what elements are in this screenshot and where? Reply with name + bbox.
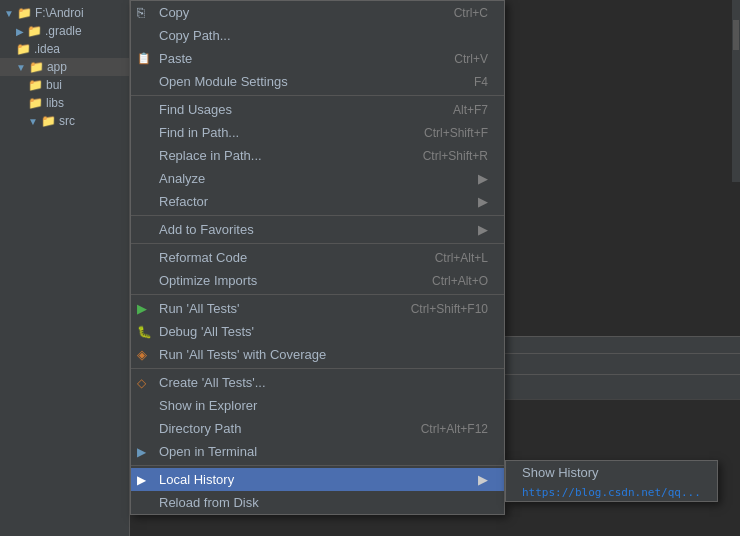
folder-icon: 📁 (28, 78, 43, 92)
sidebar-item-label: bui (46, 78, 62, 92)
sidebar-item-label: .idea (34, 42, 60, 56)
sidebar-item-src[interactable]: ▼ 📁 src (0, 112, 129, 130)
sidebar-item-label: F:\Androi (35, 6, 84, 20)
menu-item-replace-in-path-label: Replace in Path... (159, 148, 403, 163)
menu-item-analyze[interactable]: Analyze ▶ (131, 167, 504, 190)
menu-item-local-history-label: Local History (159, 472, 470, 487)
sidebar-item-libs[interactable]: 📁 libs (0, 94, 129, 112)
submenu-arrow-icon: ▶ (478, 222, 488, 237)
separator-1 (131, 95, 504, 96)
sidebar-item-app[interactable]: ▼ 📁 app (0, 58, 129, 76)
paste-icon: 📋 (137, 52, 151, 65)
menu-item-copy[interactable]: ⎘ Copy Ctrl+C (131, 1, 504, 24)
menu-item-copy-path-label: Copy Path... (159, 28, 488, 43)
scrollbar-thumb (733, 20, 739, 50)
menu-item-run-tests-label: Run 'All Tests' (159, 301, 391, 316)
sidebar-item-label: .gradle (45, 24, 82, 38)
menu-item-directory-path-shortcut: Ctrl+Alt+F12 (421, 422, 488, 436)
menu-item-directory-path-label: Directory Path (159, 421, 401, 436)
menu-item-replace-in-path-shortcut: Ctrl+Shift+R (423, 149, 488, 163)
menu-item-debug-tests[interactable]: 🐛 Debug 'All Tests' (131, 320, 504, 343)
expand-icon: ▶ (16, 26, 24, 37)
submenu-arrow-icon: ▶ (478, 194, 488, 209)
menu-item-show-explorer-label: Show in Explorer (159, 398, 488, 413)
menu-item-reformat-label: Reformat Code (159, 250, 415, 265)
separator-5 (131, 368, 504, 369)
menu-item-reformat-shortcut: Ctrl+Alt+L (435, 251, 488, 265)
menu-item-find-in-path-label: Find in Path... (159, 125, 404, 140)
separator-6 (131, 465, 504, 466)
submenu-arrow-icon: ▶ (478, 472, 488, 487)
folder-icon: 📁 (41, 114, 56, 128)
menu-item-optimize-imports-label: Optimize Imports (159, 273, 412, 288)
copy-icon: ⎘ (137, 5, 145, 20)
menu-item-find-in-path-shortcut: Ctrl+Shift+F (424, 126, 488, 140)
menu-item-coverage[interactable]: ◈ Run 'All Tests' with Coverage (131, 343, 504, 366)
folder-icon: 📁 (17, 6, 32, 20)
menu-item-find-usages-label: Find Usages (159, 102, 433, 117)
menu-item-create-tests-label: Create 'All Tests'... (159, 375, 488, 390)
separator-4 (131, 294, 504, 295)
menu-item-open-terminal-label: Open in Terminal (159, 444, 488, 459)
history-icon: ▶ (137, 473, 146, 487)
submenu-arrow-icon: ▶ (478, 171, 488, 186)
menu-item-optimize-imports-shortcut: Ctrl+Alt+O (432, 274, 488, 288)
folder-icon: 📁 (28, 96, 43, 110)
sidebar-item-idea[interactable]: 📁 .idea (0, 40, 129, 58)
context-menu[interactable]: ⎘ Copy Ctrl+C Copy Path... 📋 Paste Ctrl+… (130, 0, 505, 515)
expand-icon: ▼ (16, 62, 26, 73)
menu-item-paste-shortcut: Ctrl+V (454, 52, 488, 66)
menu-item-analyze-label: Analyze (159, 171, 470, 186)
menu-item-reload-disk-label: Reload from Disk (159, 495, 488, 510)
menu-item-paste-label: Paste (159, 51, 434, 66)
menu-item-find-usages-shortcut: Alt+F7 (453, 103, 488, 117)
menu-item-find-in-path[interactable]: Find in Path... Ctrl+Shift+F (131, 121, 504, 144)
menu-item-find-usages[interactable]: Find Usages Alt+F7 (131, 98, 504, 121)
menu-item-run-tests[interactable]: ▶ Run 'All Tests' Ctrl+Shift+F10 (131, 297, 504, 320)
run-icon: ▶ (137, 301, 147, 316)
folder-icon: 📁 (16, 42, 31, 56)
menu-item-favorites-label: Add to Favorites (159, 222, 470, 237)
menu-item-reload-disk[interactable]: Reload from Disk (131, 491, 504, 514)
menu-item-copy-label: Copy (159, 5, 434, 20)
menu-item-optimize-imports[interactable]: Optimize Imports Ctrl+Alt+O (131, 269, 504, 292)
menu-item-open-terminal[interactable]: ▶ Open in Terminal (131, 440, 504, 463)
debug-icon: 🐛 (137, 325, 152, 339)
sidebar-item-label: src (59, 114, 75, 128)
create-icon: ◇ (137, 376, 146, 390)
menu-item-replace-in-path[interactable]: Replace in Path... Ctrl+Shift+R (131, 144, 504, 167)
menu-item-create-tests[interactable]: ◇ Create 'All Tests'... (131, 371, 504, 394)
menu-item-module-settings[interactable]: Open Module Settings F4 (131, 70, 504, 93)
menu-item-copy-path[interactable]: Copy Path... (131, 24, 504, 47)
menu-item-local-history[interactable]: ▶ Local History ▶ (131, 468, 504, 491)
sidebar-item-label: libs (46, 96, 64, 110)
sidebar-item-root[interactable]: ▼ 📁 F:\Androi (0, 4, 129, 22)
menu-item-copy-shortcut: Ctrl+C (454, 6, 488, 20)
menu-item-coverage-label: Run 'All Tests' with Coverage (159, 347, 488, 362)
menu-item-module-settings-label: Open Module Settings (159, 74, 454, 89)
menu-item-paste[interactable]: 📋 Paste Ctrl+V (131, 47, 504, 70)
coverage-icon: ◈ (137, 347, 147, 362)
sidebar-item-bui[interactable]: 📁 bui (0, 76, 129, 94)
terminal-icon: ▶ (137, 445, 146, 459)
menu-item-reformat[interactable]: Reformat Code Ctrl+Alt+L (131, 246, 504, 269)
separator-3 (131, 243, 504, 244)
menu-item-refactor[interactable]: Refactor ▶ (131, 190, 504, 213)
menu-item-directory-path[interactable]: Directory Path Ctrl+Alt+F12 (131, 417, 504, 440)
menu-item-show-explorer[interactable]: Show in Explorer (131, 394, 504, 417)
sidebar-item-gradle[interactable]: ▶ 📁 .gradle (0, 22, 129, 40)
separator-2 (131, 215, 504, 216)
folder-icon: 📁 (27, 24, 42, 38)
file-tree-panel: ▼ 📁 F:\Androi ▶ 📁 .gradle 📁 .idea ▼ 📁 ap… (0, 0, 130, 536)
menu-item-module-settings-shortcut: F4 (474, 75, 488, 89)
expand-icon: ▼ (28, 116, 38, 127)
menu-item-debug-tests-label: Debug 'All Tests' (159, 324, 488, 339)
menu-item-run-tests-shortcut: Ctrl+Shift+F10 (411, 302, 488, 316)
menu-item-refactor-label: Refactor (159, 194, 470, 209)
menu-item-favorites[interactable]: Add to Favorites ▶ (131, 218, 504, 241)
folder-icon: 📁 (29, 60, 44, 74)
editor-scrollbar[interactable] (732, 0, 740, 182)
sidebar-item-label: app (47, 60, 67, 74)
expand-icon: ▼ (4, 8, 14, 19)
